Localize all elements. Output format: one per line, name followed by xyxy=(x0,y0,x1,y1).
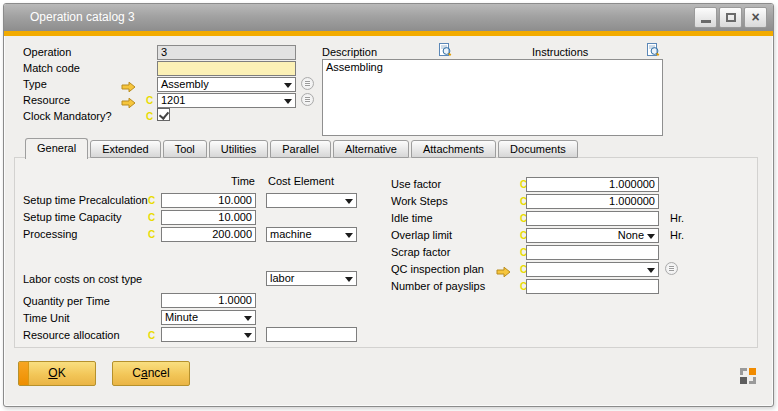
cost-element-column-header: Cost Element xyxy=(268,175,334,187)
qc-plan-choose-from-list-icon[interactable] xyxy=(665,262,678,275)
cancel-button-accel: a xyxy=(141,366,148,380)
time-unit-combo[interactable]: Minute xyxy=(161,310,256,325)
description-textarea[interactable]: Assembling xyxy=(322,59,663,136)
link-arrow-icon[interactable] xyxy=(121,95,137,107)
chevron-down-icon xyxy=(647,234,655,239)
resource-choose-from-list-icon[interactable] xyxy=(301,93,314,106)
chevron-down-icon xyxy=(345,277,353,282)
time-unit-value: Minute xyxy=(165,311,198,323)
resize-square-orange xyxy=(749,368,756,375)
use-factor-field[interactable]: 1.000000 xyxy=(526,177,659,192)
setup-capacity-label: Setup time Capacity xyxy=(23,211,121,223)
instructions-edit-icon[interactable] xyxy=(645,42,661,58)
close-button[interactable]: × xyxy=(744,7,767,28)
instructions-label: Instructions xyxy=(532,46,588,58)
minimize-button[interactable] xyxy=(694,7,717,28)
resize-corner-top-left xyxy=(740,368,747,375)
setup-capacity-time-field[interactable]: 10.000 xyxy=(161,210,256,225)
mandatory-indicator: C xyxy=(148,195,156,206)
processing-cost-element-value: machine xyxy=(270,228,312,240)
type-combo[interactable]: Assembly xyxy=(157,77,296,92)
mandatory-indicator: C xyxy=(148,212,156,223)
mandatory-indicator: C xyxy=(146,95,154,106)
resource-label: Resource xyxy=(23,94,70,106)
type-choose-from-list-icon[interactable] xyxy=(301,77,314,90)
tab-utilities[interactable]: Utilities xyxy=(209,140,268,158)
tab-parallel[interactable]: Parallel xyxy=(270,140,331,158)
type-value: Assembly xyxy=(161,78,209,90)
link-arrow-icon[interactable] xyxy=(496,264,512,276)
link-arrow-icon[interactable] xyxy=(121,79,137,91)
processing-label: Processing xyxy=(23,228,77,240)
setup-precalc-time-field[interactable]: 10.000 xyxy=(161,193,256,208)
time-unit-label: Time Unit xyxy=(23,312,70,324)
tab-tool[interactable]: Tool xyxy=(163,140,207,158)
resource-combo[interactable]: 1201 xyxy=(157,93,296,108)
type-label: Type xyxy=(23,78,47,90)
scrap-factor-field[interactable] xyxy=(526,245,659,260)
number-of-payslips-label: Number of payslips xyxy=(391,280,485,292)
maximize-button[interactable] xyxy=(719,7,742,28)
tab-documents[interactable]: Documents xyxy=(498,140,578,158)
processing-cost-element-combo[interactable]: machine xyxy=(266,227,357,242)
overlap-limit-combo[interactable]: None xyxy=(526,228,659,243)
scrap-factor-label: Scrap factor xyxy=(391,246,450,258)
titlebar: Operation catalog 3 × xyxy=(4,4,773,31)
minimize-icon xyxy=(701,20,711,23)
resource-value: 1201 xyxy=(161,94,185,106)
chevron-down-icon xyxy=(647,268,655,273)
quantity-per-time-field[interactable]: 1.0000 xyxy=(161,293,256,308)
resource-allocation-label: Resource allocation xyxy=(23,329,120,341)
operation-catalog-window: Operation catalog 3 × Operation 3 Match … xyxy=(3,3,774,407)
window-title: Operation catalog 3 xyxy=(30,10,135,24)
work-steps-field[interactable]: 1.000000 xyxy=(526,194,659,209)
resize-corner-bottom-right xyxy=(749,377,756,384)
qc-inspection-plan-label: QC inspection plan xyxy=(391,263,484,275)
resize-form-icon[interactable] xyxy=(740,368,756,384)
resource-allocation-combo[interactable] xyxy=(161,327,256,342)
clock-mandatory-checkbox[interactable] xyxy=(157,108,170,121)
setup-precalc-cost-element-combo[interactable] xyxy=(266,193,357,208)
labor-costs-combo[interactable]: labor xyxy=(266,271,357,286)
tab-alternative[interactable]: Alternative xyxy=(333,140,409,158)
ok-button[interactable]: OK xyxy=(18,361,96,386)
description-label: Description xyxy=(322,46,377,58)
idle-time-label: Idle time xyxy=(391,212,433,224)
ok-button-accel: O xyxy=(48,366,57,380)
processing-time-field[interactable]: 200.000 xyxy=(161,227,256,242)
maximize-icon xyxy=(726,13,736,22)
match-code-label: Match code xyxy=(23,62,80,74)
work-steps-label: Work Steps xyxy=(391,195,448,207)
labor-costs-label: Labor costs on cost type xyxy=(23,273,142,285)
ok-button-rest: K xyxy=(58,366,66,380)
labor-costs-value: labor xyxy=(270,272,294,284)
chevron-down-icon xyxy=(244,316,252,321)
general-tab-pane: Time Cost Element Setup time Precalculat… xyxy=(14,157,758,348)
qc-inspection-plan-combo[interactable] xyxy=(526,262,659,277)
chevron-down-icon xyxy=(284,99,292,104)
chevron-down-icon xyxy=(345,199,353,204)
match-code-field[interactable] xyxy=(157,61,296,76)
tab-strip: General Extended Tool Utilities Parallel… xyxy=(25,138,580,159)
resource-allocation-extra-field[interactable] xyxy=(266,327,357,342)
description-edit-icon[interactable] xyxy=(437,42,453,58)
quantity-per-time-label: Quantity per Time xyxy=(23,295,110,307)
chevron-down-icon xyxy=(345,233,353,238)
use-factor-label: Use factor xyxy=(391,178,441,190)
operation-field: 3 xyxy=(157,45,296,60)
tab-general[interactable]: General xyxy=(25,138,88,159)
idle-time-unit-label: Hr. xyxy=(670,212,684,224)
window-controls: × xyxy=(694,7,767,28)
overlap-limit-label: Overlap limit xyxy=(391,229,452,241)
tab-attachments[interactable]: Attachments xyxy=(411,140,496,158)
tab-extended[interactable]: Extended xyxy=(90,140,160,158)
number-of-payslips-field[interactable] xyxy=(526,279,659,294)
mandatory-indicator: C xyxy=(148,229,156,240)
chevron-down-icon xyxy=(244,333,252,338)
idle-time-field[interactable] xyxy=(526,211,659,226)
operation-label: Operation xyxy=(23,46,71,58)
cancel-button[interactable]: Cancel xyxy=(112,361,190,386)
mandatory-indicator: C xyxy=(146,111,154,122)
close-icon: × xyxy=(745,9,766,25)
time-column-header: Time xyxy=(161,175,255,187)
